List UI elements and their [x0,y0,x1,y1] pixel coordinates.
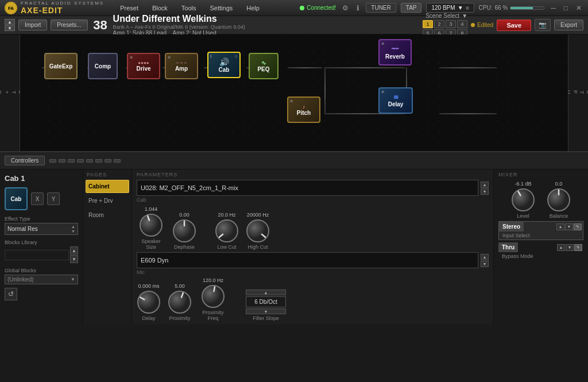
page-cabinet[interactable]: Cabinet [86,180,129,193]
proximity-label: Proximity [169,315,190,321]
speaker-size-label: Speaker Size [137,238,165,250]
x-button[interactable]: X [31,192,44,205]
controllers-button[interactable]: Controllers [5,156,45,165]
logo: FA FRACTAL AUDIO SYSTEMS AXE-EDIT [5,1,104,15]
info-icon[interactable]: ℹ [355,4,361,12]
menu-help[interactable]: Help [243,3,263,13]
close-icon[interactable]: ✕ [574,4,583,12]
page-pre-drv[interactable]: Pre + Drv [86,194,129,207]
cab-preset-up[interactable]: ▲ [481,182,489,188]
block-gate-exp[interactable]: GateExp [44,53,78,79]
bypass-edit-icon[interactable]: ✎ [574,244,582,251]
wire-7 [288,67,322,68]
ctrl-dot-6 [95,159,102,163]
library-up-arrow[interactable]: ▲ [70,246,78,254]
menu-block[interactable]: Block [149,3,171,13]
mic-param-label: Mic [137,269,489,275]
wire-output [439,67,497,68]
preset-down-arrow[interactable]: ▼ [5,25,15,31]
bypass-down-arrow[interactable]: ▼ [566,244,574,251]
high-cut-value: 20000 Hz [247,212,269,218]
block-delay[interactable]: × ≋ Delay [378,87,413,114]
cab-block-icon[interactable]: Cab [5,187,28,210]
block-drive[interactable]: × ●●●● Drive [127,53,160,79]
scene-area: Scene Select ▼ 1 2 3 4 5 6 7 8 [423,13,467,37]
filter-slope-up[interactable]: ▲ [246,290,286,295]
balance-knob[interactable] [547,188,571,212]
output-label: O U T P U T [568,34,588,151]
global-blocks-label: Global Blocks [5,268,78,273]
cab-preset-down[interactable]: ▼ [481,188,489,195]
delay-knob[interactable] [137,290,161,314]
proximity-knob[interactable] [168,290,192,314]
global-blocks-select[interactable]: (Unlinked) ▼ [5,275,78,284]
export-button[interactable]: Export [554,20,583,30]
block-cab-selected[interactable]: I 🔊 Cab ○ [207,52,241,78]
input-label: I N P U T + G A T E [0,34,20,151]
bottom-section: Cab 1 Cab X Y Effect Type Normal Res ▲ ▼… [0,169,588,325]
mic-preset-selector[interactable]: E609 Dyn [137,252,478,268]
bypass-up-arrow[interactable]: ▲ [557,244,565,251]
block-pitch[interactable]: × ♪ Pitch [287,97,320,123]
camera-button[interactable]: 📷 [535,19,551,31]
block-amp[interactable]: × ~ ~ ~ Amp [165,53,198,79]
preset-number: 38 [91,18,110,33]
menu-preset[interactable]: Preset [117,3,142,13]
level-label: Level [517,213,529,219]
library-controls: ▲ ▼ [5,246,78,263]
global-select-arrow: ▼ [71,277,75,282]
menu-tools[interactable]: Tools [178,3,200,13]
preset-bank: Bank A – Axe-Fx II Original/MK II (versi… [113,24,419,30]
block-peq[interactable]: ∿ PEQ [249,53,278,79]
ctrl-dot-8 [114,159,121,163]
scene-down-icon[interactable]: ▼ [462,13,467,19]
menu-settings[interactable]: Settings [207,3,237,13]
cab-preset-selector[interactable]: U028: M2_OFF_N5_2cm_1_R-mix [137,180,478,196]
settings-icon[interactable]: ⚙ [341,4,350,12]
filter-slope-down[interactable]: ▼ [246,308,286,314]
high-cut-knob[interactable] [246,219,270,243]
y-button[interactable]: Y [47,192,60,205]
dephase-knob[interactable] [172,219,196,243]
stereo-down-arrow[interactable]: ▼ [565,223,573,230]
pages-panel: PAGES Cabinet Pre + Drv Room [83,169,132,325]
connected-badge: Connected! [300,5,336,11]
mic-preset-down[interactable]: ▼ [481,261,489,267]
library-down-arrow[interactable]: ▼ [70,255,78,263]
tuner-button[interactable]: TUNER [366,3,396,13]
scene-select-label: Scene Select ▼ [425,13,467,19]
tap-button[interactable]: TAP [401,3,422,13]
stereo-edit-icon[interactable]: ✎ [574,223,582,230]
page-room[interactable]: Room [86,209,129,222]
preset-name: Under Different Welkins [113,14,419,24]
scene-btn-4[interactable]: 4 [457,20,467,28]
save-button[interactable]: Save [497,20,531,31]
import-button[interactable]: Import [18,20,47,30]
block-comp[interactable]: Comp [88,53,118,79]
effect-type-label: Effect Type [5,216,78,222]
svg-rect-3 [20,34,568,151]
ctrl-dot-2 [59,159,65,163]
refresh-button[interactable]: ↺ [5,288,17,300]
signal-chain: I N P U T + G A T E [0,34,588,152]
scene-btn-2[interactable]: 2 [434,20,444,28]
prox-freq-label: Proximity Freq [199,310,227,321]
mic-preset-up[interactable]: ▲ [481,254,489,260]
scene-btn-3[interactable]: 3 [446,20,456,28]
block-reverb[interactable]: × 〰 Reverb [378,39,412,65]
effect-type-select[interactable]: Normal Res ▲ ▼ [5,223,78,235]
prox-freq-knob[interactable] [201,284,225,308]
scene-btn-1[interactable]: 1 [423,20,433,28]
stereo-up-arrow[interactable]: ▲ [556,223,564,230]
knobs-row-2: 0.000 ms Delay 5.00 Proximity 120.0 [137,277,489,321]
library-scroll-area[interactable] [5,250,69,260]
presets-button[interactable]: Presets... [51,20,87,30]
speaker-size-knob[interactable] [139,213,163,237]
bpm-down-icon[interactable]: ▼ [458,5,463,11]
minimize-icon[interactable]: ─ [549,4,558,12]
preset-up-arrow[interactable]: ▲ [5,19,15,25]
low-cut-knob[interactable] [215,219,239,243]
connected-text: Connected! [307,5,336,11]
maximize-icon[interactable]: □ [562,4,570,12]
level-knob[interactable] [511,188,535,212]
